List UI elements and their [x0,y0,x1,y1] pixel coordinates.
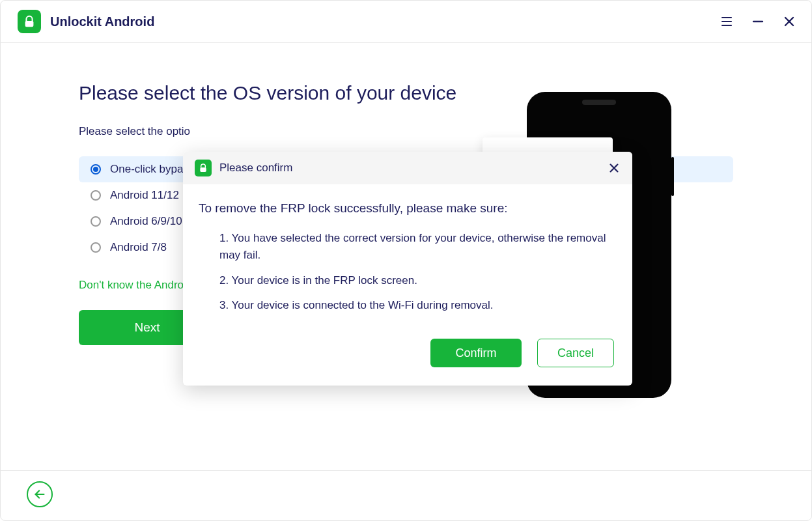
modal-item: 1. You have selected the correct version… [199,230,610,264]
option-label: Android 7/8 [110,241,167,254]
window-controls [720,15,796,28]
modal-close-icon[interactable] [608,162,621,175]
radio-icon [91,164,101,175]
modal-item: 2. Your device is in the FRP lock screen… [199,272,610,289]
minimize-icon[interactable] [751,15,764,28]
app-logo-icon [18,10,41,33]
menu-icon[interactable] [720,15,733,28]
svg-rect-7 [200,167,206,172]
option-label: Android 11/12 [110,189,179,202]
back-button[interactable] [27,481,53,507]
title-left: Unlockit Android [18,10,154,33]
radio-icon [91,242,101,253]
modal-item: 3. Your device is connected to the Wi-Fi… [199,297,610,314]
confirm-button[interactable]: Confirm [430,339,522,367]
option-label: Android 6/9/10 [110,215,182,228]
app-title: Unlockit Android [50,14,154,29]
bottom-divider [1,470,811,471]
modal-title: Please confirm [219,162,292,175]
cancel-button[interactable]: Cancel [537,339,614,367]
radio-icon [91,190,101,201]
title-bar: Unlockit Android [1,1,811,43]
radio-icon [91,216,101,227]
close-icon[interactable] [783,15,796,28]
modal-body: To remove the FRP lock successfully, ple… [183,184,632,339]
svg-rect-0 [25,21,34,27]
modal-header: Please confirm [183,152,632,184]
modal-logo-icon [195,160,212,176]
modal-header-left: Please confirm [195,160,292,176]
option-label: One-click bypass [110,163,194,176]
modal-footer: Confirm Cancel [183,339,632,386]
confirm-modal: Please confirm To remove the FRP lock su… [183,152,632,386]
modal-lead: To remove the FRP lock successfully, ple… [199,201,610,216]
